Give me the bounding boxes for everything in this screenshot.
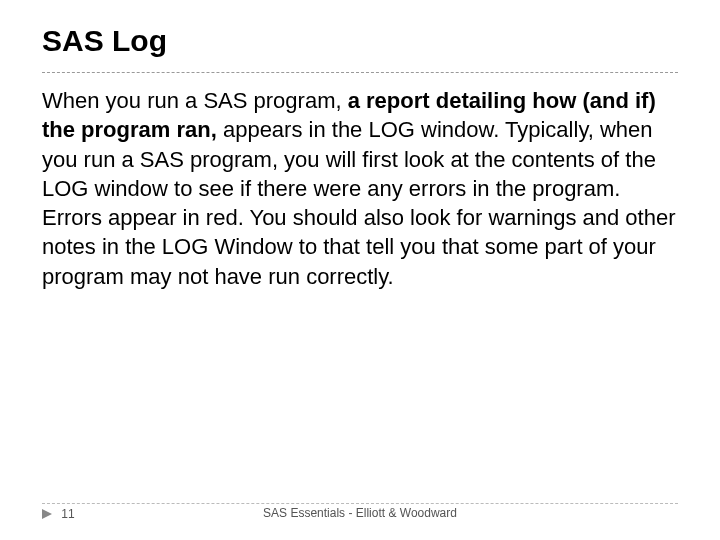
title-divider <box>42 72 678 73</box>
body-post: appears in the LOG window. Typically, wh… <box>42 117 676 288</box>
body-pre: When you run a SAS program, <box>42 88 348 113</box>
body-text: When you run a SAS program, a report det… <box>42 86 678 291</box>
footer-center-text: SAS Essentials - Elliott & Woodward <box>42 506 678 520</box>
footer: 11 SAS Essentials - Elliott & Woodward <box>42 506 678 526</box>
footer-divider <box>42 503 678 504</box>
slide-title: SAS Log <box>42 24 167 58</box>
slide: SAS Log When you run a SAS program, a re… <box>0 0 720 540</box>
